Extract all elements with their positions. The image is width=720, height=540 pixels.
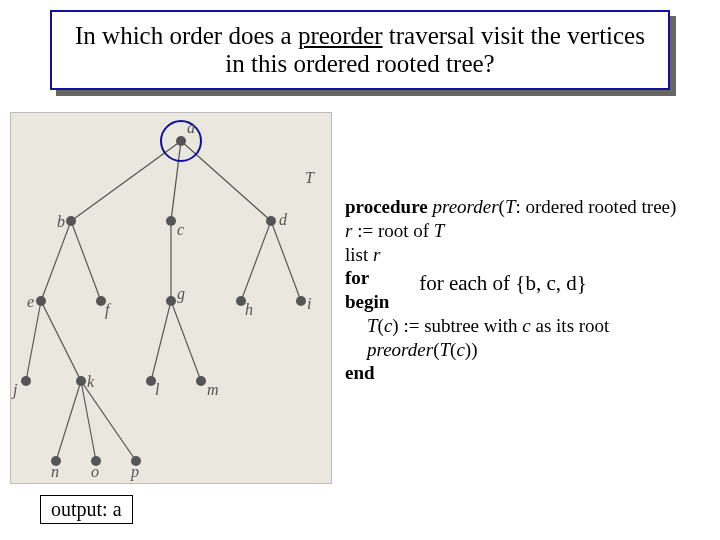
node-label-g: g [177, 285, 185, 303]
kw-for: for [345, 267, 369, 288]
node-label-i: i [307, 295, 311, 312]
pseudo-line-list: list r [345, 243, 715, 267]
title-text: In which order does a preorder traversal… [72, 22, 648, 78]
svg-point-16 [66, 216, 76, 226]
tree-T: T [305, 169, 315, 186]
node-label-a: a [187, 119, 195, 136]
pseudo-line-call: preorder(T(c)) [345, 338, 715, 362]
output-label: output: [51, 498, 113, 520]
pseudo-line-proc: procedure preorder(T: ordered rooted tre… [345, 195, 715, 219]
svg-point-25 [76, 376, 86, 386]
pseudo-line-tc: T(c) := subtree with c as its root [345, 314, 715, 338]
title-box: In which order does a preorder traversal… [50, 10, 670, 90]
pseudo-line-end: end [345, 361, 715, 385]
svg-point-17 [166, 216, 176, 226]
svg-line-9 [41, 301, 81, 381]
for-overlay: for each of {b, c, d} [388, 270, 618, 296]
title-container: In which order does a preorder traversal… [50, 10, 670, 90]
kw-end: end [345, 362, 375, 383]
kw-begin: begin [345, 291, 389, 312]
proc-name: preorder [432, 196, 498, 217]
node-label-m: m [207, 381, 219, 398]
svg-line-14 [81, 381, 136, 461]
title-pre: In which order does a [75, 22, 298, 49]
output-box: output: a [40, 495, 133, 524]
node-label-h: h [245, 301, 253, 318]
node-label-b: b [57, 213, 65, 230]
tree-diagram: a T b c d e f g h i j k l m n o p [10, 112, 332, 484]
node-label-k: k [87, 373, 95, 390]
svg-point-18 [266, 216, 276, 226]
svg-line-7 [271, 221, 301, 301]
svg-point-27 [196, 376, 206, 386]
svg-line-6 [241, 221, 271, 301]
node-label-n: n [51, 463, 59, 480]
svg-point-24 [21, 376, 31, 386]
overlay-post: } [577, 271, 587, 295]
tree-svg: a T b c d e f g h i j k l m n o p [11, 113, 331, 483]
kw-procedure: procedure [345, 196, 428, 217]
overlay-items: b, c, d [525, 271, 576, 295]
node-label-p: p [130, 463, 139, 481]
node-label-e: e [27, 293, 34, 310]
svg-line-3 [41, 221, 71, 301]
svg-line-2 [181, 141, 271, 221]
overlay-pre: for each of { [419, 271, 525, 295]
svg-point-23 [296, 296, 306, 306]
svg-line-13 [81, 381, 96, 461]
node-label-d: d [279, 211, 288, 228]
node-label-f: f [105, 301, 112, 319]
title-underlined: preorder [298, 22, 383, 49]
svg-point-19 [36, 296, 46, 306]
svg-line-11 [171, 301, 201, 381]
node-label-j: j [11, 381, 18, 399]
svg-line-1 [171, 141, 181, 221]
node-label-c: c [177, 221, 184, 238]
svg-line-8 [26, 301, 41, 381]
svg-line-4 [71, 221, 101, 301]
pseudo-line-r: r := root of T [345, 219, 715, 243]
output-value: a [113, 498, 122, 520]
svg-line-12 [56, 381, 81, 461]
svg-point-21 [166, 296, 176, 306]
node-label-o: o [91, 463, 99, 480]
node-label-l: l [155, 381, 160, 398]
svg-point-15 [176, 136, 186, 146]
svg-line-10 [151, 301, 171, 381]
